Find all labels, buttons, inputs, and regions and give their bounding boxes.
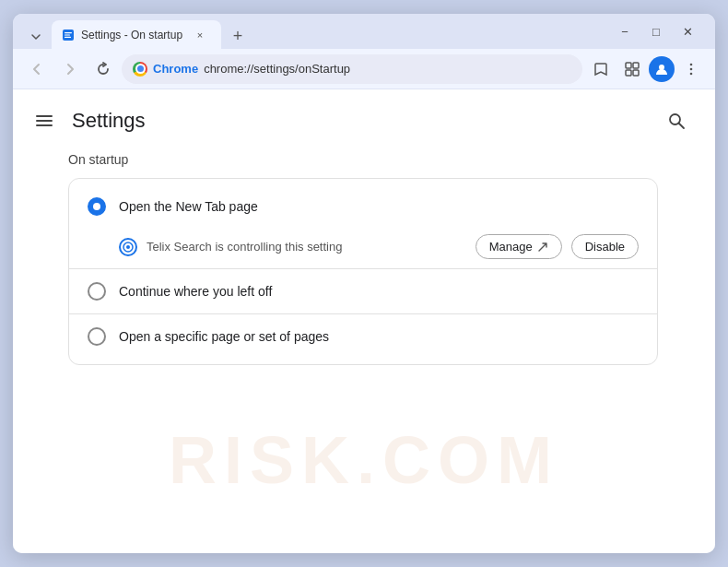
svg-rect-1 [65,32,72,33]
minimize-button[interactable]: − [612,18,638,44]
settings-page-title: Settings [72,109,146,133]
svg-rect-14 [36,124,53,126]
radio-new-tab [88,197,106,216]
chrome-security-icon [133,62,147,77]
divider-1 [69,268,657,269]
manage-button[interactable]: Manage [476,234,562,259]
menu-button[interactable] [28,104,61,137]
maximize-button[interactable]: □ [643,18,669,44]
telix-control-row: Telix Search is controlling this setting… [69,227,657,266]
close-tab-button[interactable]: × [192,27,208,43]
svg-point-10 [690,67,693,70]
close-button[interactable]: ✕ [675,18,700,44]
new-tab-button[interactable]: + [225,23,251,49]
tab-favicon [61,28,76,42]
url-text: chrome://settings/onStartup [204,62,571,76]
svg-rect-13 [36,120,53,122]
settings-wrapper: Settings On startup Open the New Tab pag… [13,89,715,553]
option-new-tab-label: Open the New Tab page [119,199,639,214]
option-continue-label: Continue where you left off [119,284,639,299]
svg-rect-12 [36,115,53,117]
profile-button[interactable] [649,56,675,82]
telix-icon [119,238,137,256]
settings-content: Settings On startup Open the New Tab pag… [13,89,715,553]
disable-button[interactable]: Disable [571,234,639,259]
nav-bar: Chrome chrome://settings/onStartup [13,49,715,89]
tabs-bar: Settings - On startup × + [24,14,605,49]
section-label: On startup [68,152,693,167]
chrome-brand-label: Chrome [153,62,198,76]
svg-point-18 [126,245,130,249]
option-new-tab[interactable]: Open the New Tab page [69,186,657,227]
option-continue[interactable]: Continue where you left off [69,271,657,312]
reload-button[interactable] [88,54,118,84]
telix-label: Telix Search is controlling this setting [147,240,466,254]
active-tab[interactable]: Settings - On startup × [52,20,221,50]
svg-rect-4 [626,63,631,68]
tab-label: Settings - On startup [81,29,182,41]
option-specific-label: Open a specific page or set of pages [119,329,639,344]
divider-2 [69,313,657,314]
radio-continue [88,282,106,301]
external-link-icon [537,242,548,253]
option-specific[interactable]: Open a specific page or set of pages [69,316,657,357]
browser-window: Settings - On startup × + − □ ✕ Chrome c… [13,14,715,553]
svg-line-16 [679,124,685,129]
tab-dropdown-btn[interactable] [24,25,48,49]
settings-body: On startup Open the New Tab page [13,145,715,387]
back-button[interactable] [22,54,52,84]
svg-rect-2 [65,34,70,35]
address-bar[interactable]: Chrome chrome://settings/onStartup [122,54,582,84]
title-bar: Settings - On startup × + − □ ✕ [13,14,715,49]
extensions-button[interactable] [617,54,647,84]
window-controls: − □ ✕ [612,18,700,44]
radio-specific [88,327,106,346]
svg-rect-3 [65,37,71,38]
more-menu-button[interactable] [676,54,706,84]
svg-rect-5 [633,63,639,68]
svg-rect-6 [626,70,631,76]
settings-header: Settings [13,89,715,145]
svg-rect-7 [633,70,639,76]
svg-point-9 [690,63,693,65]
forward-button[interactable] [55,54,85,84]
nav-icons-right [586,54,706,84]
bookmark-button[interactable] [586,54,616,84]
svg-point-11 [690,72,693,75]
options-card: Open the New Tab page Telix Search is co… [68,178,658,365]
settings-header-left: Settings [28,104,146,137]
settings-search-button[interactable] [660,104,693,137]
